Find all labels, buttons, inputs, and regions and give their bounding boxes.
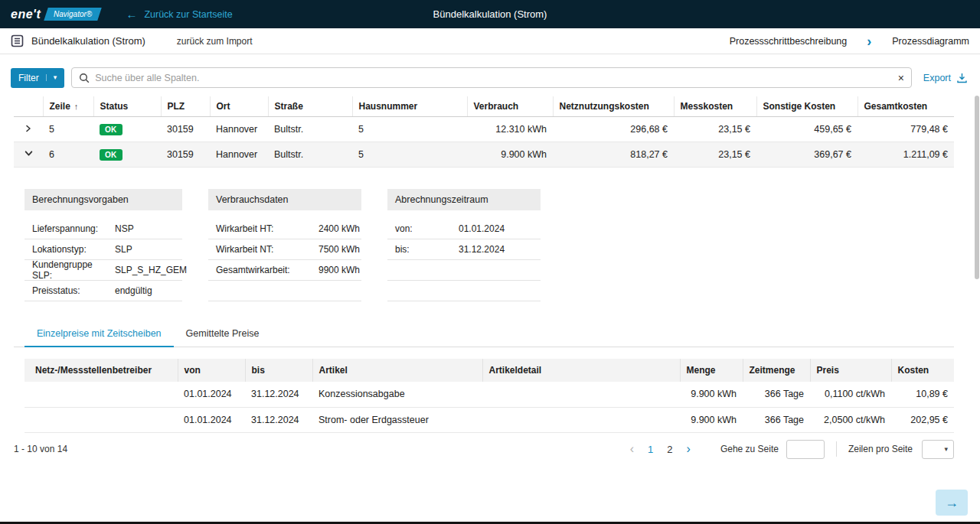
clear-search-icon[interactable]: × xyxy=(898,73,904,83)
logo-text: ene't xyxy=(11,8,41,21)
column-header-status[interactable]: Status xyxy=(93,96,161,117)
search-icon xyxy=(79,73,90,83)
next-page-icon[interactable]: › xyxy=(680,442,697,456)
top-bar: ene't Navigator® ← Zurück zur Startseite… xyxy=(0,0,980,28)
cell-netznutzungskosten: 818,27 € xyxy=(553,142,674,168)
detail-row-empty xyxy=(387,281,541,301)
expand-row-button[interactable] xyxy=(14,117,43,142)
column-header-artikeldetail: Artikeldetail xyxy=(482,359,680,382)
pager: ‹ 1 2 › Gehe zu Seite Zeilen pro Seite ▾ xyxy=(623,440,954,459)
collapse-row-button[interactable] xyxy=(14,142,43,168)
cell-menge: 9.900 kWh xyxy=(680,407,743,432)
cell-verbrauch: 12.310 kWh xyxy=(467,117,553,142)
cell-artikeldetail xyxy=(482,407,680,432)
column-header-plz[interactable]: PLZ xyxy=(161,96,210,117)
status-badge: OK xyxy=(100,124,122,135)
column-header-menge: Menge xyxy=(680,359,743,382)
panel-abrechnungszeitraum: Abrechnungszeitraum von: 01.01.2024 bis:… xyxy=(387,189,541,301)
cell-ort: Hannover xyxy=(210,117,268,142)
filter-button[interactable]: Filter ▾ xyxy=(11,68,64,88)
page-button-1[interactable]: 1 xyxy=(641,444,660,455)
cell-verbrauch: 9.900 kWh xyxy=(467,142,553,168)
appbar-left: Bündelkalkulation (Strom) zurück zum Imp… xyxy=(0,28,270,54)
column-header-netznutzungskosten[interactable]: Netznutzungskosten xyxy=(553,96,674,117)
column-header-von: von xyxy=(178,359,245,382)
cell-sonstige-kosten: 369,67 € xyxy=(756,142,858,168)
enet-logo: ene't Navigator® xyxy=(11,8,100,21)
column-header-gesamtkosten[interactable]: Gesamtkosten xyxy=(858,96,954,117)
detail-row: Lieferspannung: NSP xyxy=(24,219,182,239)
result-table: Zeile↑ Status PLZ Ort Straße Hausnummer … xyxy=(14,96,954,168)
cell-zeitmenge: 366 Tage xyxy=(743,407,810,432)
goto-page-label: Gehe zu Seite xyxy=(720,444,779,454)
cell-plz: 30159 xyxy=(161,117,210,142)
tab-gemittelte-preise[interactable]: Gemittelte Preise xyxy=(174,325,272,347)
detail-tabs-bar: Einzelpreise mit Zeitscheiben Gemittelte… xyxy=(14,325,954,347)
vertical-scrollbar[interactable] xyxy=(975,96,979,279)
tab-einzelpreise[interactable]: Einzelpreise mit Zeitscheiben xyxy=(24,325,174,347)
price-row: 01.01.2024 31.12.2024 Konzessionsabgabe … xyxy=(24,382,954,407)
result-table-header-row: Zeile↑ Status PLZ Ort Straße Hausnummer … xyxy=(14,96,954,117)
detail-row: Kundengruppe SLP: SLP_S_HZ_GEM xyxy=(24,260,182,281)
detail-panels: Berechnungsvorgaben Lieferspannung: NSP … xyxy=(24,189,980,301)
cell-netznutzungskosten: 296,68 € xyxy=(553,117,674,142)
cell-zeile: 5 xyxy=(43,117,93,142)
module-icon xyxy=(11,34,24,47)
column-header-ort[interactable]: Ort xyxy=(210,96,268,117)
row-range-label: 1 - 10 von 14 xyxy=(14,444,67,454)
search-box: × xyxy=(71,67,912,88)
cell-strasse: Bultstr. xyxy=(268,117,352,142)
back-to-start-link[interactable]: ← Zurück zur Startseite xyxy=(126,8,232,20)
page: ene't Navigator® ← Zurück zur Startseite… xyxy=(0,0,980,524)
panel-title: Verbrauchsdaten xyxy=(208,189,361,210)
module-title: Bündelkalkulation (Strom) xyxy=(31,35,145,47)
cell-menge: 9.900 kWh xyxy=(680,382,743,407)
filter-bar: Filter ▾ × Export xyxy=(11,67,968,88)
divider xyxy=(836,441,837,457)
cell-kosten: 202,95 € xyxy=(891,407,954,432)
cell-gesamtkosten: 779,48 € xyxy=(858,117,954,142)
cell-kosten: 10,89 € xyxy=(891,382,954,407)
detail-row-empty xyxy=(387,260,541,281)
back-link-label: Zurück zur Startseite xyxy=(144,9,232,20)
tab-back-to-import[interactable]: zurück zum Import xyxy=(160,36,270,47)
rows-per-page-select[interactable]: ▾ xyxy=(922,440,954,459)
cell-ort: Hannover xyxy=(210,142,268,168)
status-badge: OK xyxy=(100,149,122,161)
search-input[interactable] xyxy=(95,73,892,83)
table-row: 6 OK 30159 Hannover Bultstr. 5 9.900 kWh… xyxy=(14,142,954,168)
goto-page-input[interactable] xyxy=(786,440,825,459)
export-button[interactable]: Export xyxy=(923,73,968,83)
column-header-strasse[interactable]: Straße xyxy=(268,96,352,117)
previous-page-icon[interactable]: ‹ xyxy=(623,442,641,456)
cell-artikel: Konzessionsabgabe xyxy=(312,382,482,407)
cell-zeile: 6 xyxy=(43,142,93,168)
process-diagram-link[interactable]: Prozessdiagramm xyxy=(881,36,980,47)
cell-zeitmenge: 366 Tage xyxy=(743,382,810,407)
column-header-bis: bis xyxy=(245,359,312,382)
app-bar: Bündelkalkulation (Strom) zurück zum Imp… xyxy=(0,28,980,54)
column-header-artikel: Artikel xyxy=(312,359,482,382)
column-header-zeile[interactable]: Zeile↑ xyxy=(43,96,93,117)
column-header-hausnummer[interactable]: Hausnummer xyxy=(352,96,467,117)
cell-netzbetreiber xyxy=(24,382,178,407)
cell-sonstige-kosten: 459,65 € xyxy=(756,117,858,142)
cell-artikeldetail xyxy=(482,382,680,407)
chevron-down-icon: ▾ xyxy=(46,74,57,81)
cell-von: 01.01.2024 xyxy=(178,407,245,432)
chevron-down-icon: ▾ xyxy=(944,445,948,453)
column-header-verbrauch[interactable]: Verbrauch xyxy=(467,96,553,117)
process-chevron-icon[interactable]: › xyxy=(858,34,880,48)
column-header-preis: Preis xyxy=(810,359,891,382)
page-button-2[interactable]: 2 xyxy=(660,444,679,455)
next-step-button[interactable]: → xyxy=(936,490,968,516)
column-header-sonstige-kosten[interactable]: Sonstige Kosten xyxy=(756,96,858,117)
cell-messkosten: 23,15 € xyxy=(674,117,756,142)
pagination-bar: 1 - 10 von 14 ‹ 1 2 › Gehe zu Seite Zeil… xyxy=(14,440,954,459)
column-header-messkosten[interactable]: Messkosten xyxy=(674,96,756,117)
detail-row-empty xyxy=(208,281,361,301)
detail-row: Gesamtwirkarbeit: 9900 kWh xyxy=(208,260,361,281)
process-step-description-link[interactable]: Prozessschrittbeschreibung xyxy=(719,36,858,47)
navigator-badge: Navigator® xyxy=(44,8,102,21)
detail-row: Wirkarbeit NT: 7500 kWh xyxy=(208,239,361,260)
